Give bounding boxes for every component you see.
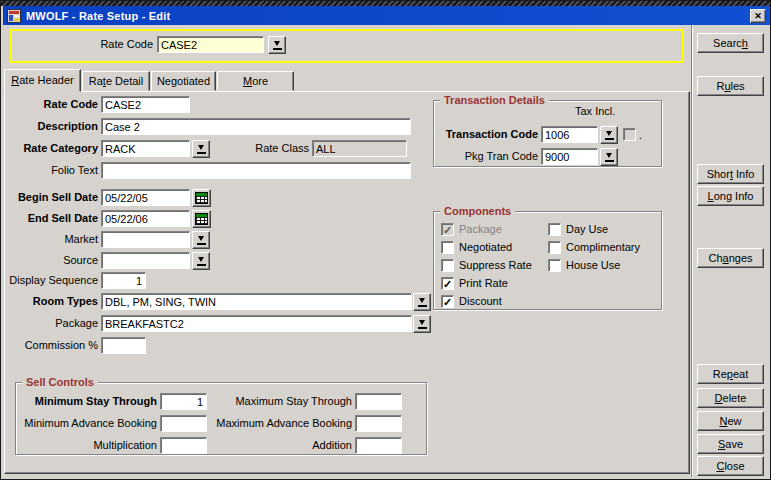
titlebar[interactable]: MWOLF - Rate Setup - Edit ✕ xyxy=(3,6,770,25)
suppress-rate-checkbox-label: Suppress Rate xyxy=(459,259,532,271)
components-column-left: ✓PackageNegotiatedSuppress Rate✓Print Ra… xyxy=(441,220,532,310)
begin-sell-date-input[interactable] xyxy=(101,189,190,206)
addition-input[interactable] xyxy=(355,437,402,454)
source-label: Source xyxy=(3,252,98,269)
commission-input[interactable] xyxy=(101,337,146,354)
day-use-checkbox[interactable] xyxy=(548,223,561,236)
minimum-advance-booking-label: Minimum Advance Booking xyxy=(11,415,157,432)
sell-controls-title: Sell Controls xyxy=(22,376,98,389)
room-types-input[interactable] xyxy=(101,293,412,310)
calendar-icon xyxy=(195,213,208,225)
search-button[interactable]: Search xyxy=(697,33,764,53)
package-label: Package xyxy=(3,315,98,332)
rate-category-label: Rate Category xyxy=(3,140,98,157)
package-lov-button[interactable] xyxy=(413,315,431,333)
maximum-stay-through-input[interactable] xyxy=(355,393,402,410)
house-use-checkbox-label: House Use xyxy=(566,259,620,271)
market-input[interactable] xyxy=(101,231,190,248)
minimum-stay-through-input[interactable] xyxy=(160,393,207,410)
changes-button[interactable]: Changes xyxy=(697,248,764,268)
delete-button[interactable]: Delete xyxy=(697,388,764,408)
component-row-discount: ✓Discount xyxy=(441,292,532,310)
tax-incl-checkbox xyxy=(623,128,636,141)
rate-code-top-input[interactable] xyxy=(157,36,264,53)
commission-label: Commission % xyxy=(3,337,98,354)
end-sell-date-calendar-button[interactable] xyxy=(192,210,211,228)
package-input[interactable] xyxy=(101,315,412,332)
display-sequence-label: Display Sequence xyxy=(3,272,98,289)
transaction-code-label: Transaction Code xyxy=(435,126,538,143)
discount-checkbox[interactable]: ✓ xyxy=(441,295,454,308)
source-lov-button[interactable] xyxy=(192,252,210,270)
market-lov-button[interactable] xyxy=(192,231,210,249)
room-types-lov-button[interactable] xyxy=(413,293,431,311)
dropdown-list-icon xyxy=(418,298,427,307)
transaction-code-lov-button[interactable] xyxy=(600,126,618,144)
description-input[interactable] xyxy=(101,118,411,135)
rate-code-label: Rate Code xyxy=(3,96,98,113)
dropdown-list-icon xyxy=(197,257,206,266)
minimum-advance-booking-input[interactable] xyxy=(160,415,207,432)
long-info-button[interactable]: Long Info xyxy=(697,186,764,206)
rate-code-top-label: Rate Code xyxy=(57,36,153,53)
component-row-negotiated: Negotiated xyxy=(441,238,532,256)
dropdown-list-icon xyxy=(605,131,614,140)
house-use-checkbox[interactable] xyxy=(548,259,561,272)
close-button[interactable]: Close xyxy=(697,456,764,476)
print-rate-checkbox[interactable]: ✓ xyxy=(441,277,454,290)
window-title: MWOLF - Rate Setup - Edit xyxy=(26,10,750,22)
repeat-button[interactable]: Repeat xyxy=(697,364,764,384)
pkg-tran-code-input[interactable] xyxy=(541,148,598,165)
room-types-label: Room Types xyxy=(3,293,98,310)
component-row-package: ✓Package xyxy=(441,220,532,238)
new-button[interactable]: New xyxy=(697,411,764,431)
rate-class-label: Rate Class xyxy=(214,140,309,157)
rate-category-lov-button[interactable] xyxy=(192,140,210,158)
rate-category-input[interactable] xyxy=(101,140,190,157)
rate-class-input xyxy=(312,140,407,157)
rate-setup-window: MWOLF - Rate Setup - Edit ✕ Rate Code Ra… xyxy=(0,0,771,480)
maximum-advance-booking-label: Maximum Advance Booking xyxy=(206,415,352,432)
tab-negotiated[interactable]: Negotiated xyxy=(151,71,216,91)
folio-text-label: Folio Text xyxy=(3,162,98,179)
rate-code-input[interactable] xyxy=(101,96,190,113)
save-button[interactable]: Save xyxy=(697,434,764,454)
transaction-code-input[interactable] xyxy=(541,126,598,143)
package-checkbox: ✓ xyxy=(441,223,454,236)
source-input[interactable] xyxy=(101,252,190,269)
discount-checkbox-label: Discount xyxy=(459,295,502,307)
components-column-right: Day UseComplimentaryHouse Use xyxy=(548,220,640,274)
pkg-tran-code-lov-button[interactable] xyxy=(600,148,618,166)
component-row-print-rate: ✓Print Rate xyxy=(441,274,532,292)
rate-code-lov-button[interactable] xyxy=(268,36,286,54)
multiplication-label: Multiplication xyxy=(11,437,157,454)
folio-text-input[interactable] xyxy=(101,162,411,179)
suppress-rate-checkbox[interactable] xyxy=(441,259,454,272)
rules-button[interactable]: Rules xyxy=(697,76,764,96)
close-window-button[interactable]: ✕ xyxy=(750,9,766,23)
end-sell-date-label: End Sell Date xyxy=(3,210,98,227)
display-sequence-input[interactable] xyxy=(101,272,146,289)
end-sell-date-input[interactable] xyxy=(101,210,190,227)
tab-rate-detail[interactable]: Rate Detail xyxy=(82,71,150,91)
component-row-day-use: Day Use xyxy=(548,220,640,238)
short-info-button[interactable]: Short Info xyxy=(697,164,764,184)
maximum-stay-through-label: Maximum Stay Through xyxy=(206,393,352,410)
negotiated-checkbox-label: Negotiated xyxy=(459,241,512,253)
maximum-advance-booking-input[interactable] xyxy=(355,415,402,432)
dropdown-list-icon xyxy=(197,145,206,154)
dropdown-list-icon xyxy=(418,320,427,329)
market-label: Market xyxy=(3,231,98,248)
negotiated-checkbox[interactable] xyxy=(441,241,454,254)
begin-sell-date-calendar-button[interactable] xyxy=(192,189,211,207)
dropdown-list-icon xyxy=(605,153,614,162)
minimum-stay-through-label: Minimum Stay Through xyxy=(11,393,157,410)
dropdown-list-icon xyxy=(197,236,206,245)
tab-rate-header[interactable]: Rate Header xyxy=(4,69,81,92)
tab-more[interactable]: More xyxy=(217,71,294,91)
begin-sell-date-label: Begin Sell Date xyxy=(3,189,98,206)
button-panel-separator xyxy=(691,25,693,477)
multiplication-input[interactable] xyxy=(160,437,207,454)
complimentary-checkbox[interactable] xyxy=(548,241,561,254)
addition-label: Addition xyxy=(206,437,352,454)
